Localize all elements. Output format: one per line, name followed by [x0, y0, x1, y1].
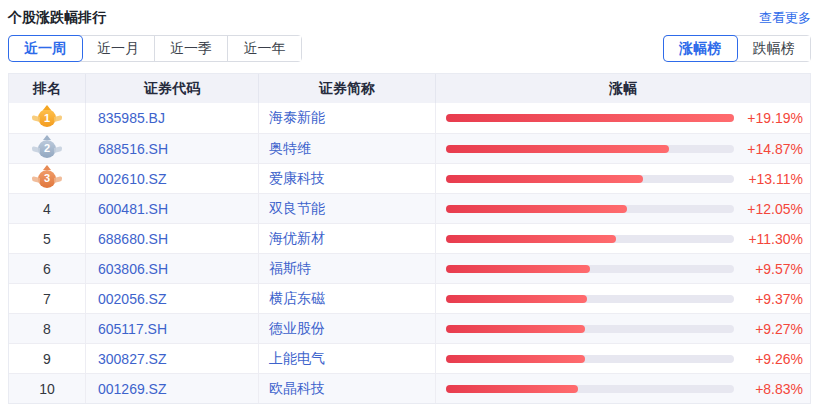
view-more-link[interactable]: 查看更多: [759, 9, 811, 27]
stock-name-link[interactable]: 爱康科技: [259, 164, 436, 193]
stock-code-link[interactable]: 002056.SZ: [86, 284, 259, 313]
change-bar-fill: [446, 355, 585, 363]
rank-cell: 6: [9, 254, 86, 283]
change-bar-track: [446, 295, 734, 303]
medal-gold-icon: 1: [38, 109, 56, 127]
table-row[interactable]: 4600481.SH双良节能+12.05%: [9, 193, 810, 223]
stock-code-link[interactable]: 300827.SZ: [86, 344, 259, 373]
column-header-code: 证券代码: [86, 74, 259, 103]
change-cell: +8.83%: [436, 374, 810, 403]
medal-bronze-icon: 3: [38, 170, 56, 188]
period-tab-1[interactable]: 近一月: [82, 36, 155, 61]
change-value: +19.19%: [734, 110, 803, 126]
stock-name-link[interactable]: 上能电气: [259, 344, 436, 373]
change-bar-track: [446, 205, 734, 213]
change-cell: +9.27%: [436, 314, 810, 343]
stock-code-link[interactable]: 688516.SH: [86, 134, 259, 163]
column-header-rank: 排名: [9, 74, 86, 103]
period-tab-2[interactable]: 近一季: [155, 36, 228, 61]
stock-code-link[interactable]: 600481.SH: [86, 194, 259, 223]
stock-name-link[interactable]: 福斯特: [259, 254, 436, 283]
change-bar-fill: [446, 325, 585, 333]
change-bar-fill: [446, 295, 587, 303]
board-tab-1[interactable]: 跌幅榜: [737, 36, 810, 61]
change-bar-fill: [446, 175, 643, 183]
change-bar-fill: [446, 265, 590, 273]
table-header-row: 排名 证券代码 证券简称 涨幅: [9, 74, 810, 103]
change-bar-track: [446, 325, 734, 333]
stock-code-link[interactable]: 835985.BJ: [86, 103, 259, 133]
rank-cell: 9: [9, 344, 86, 373]
column-header-change: 涨幅: [436, 74, 810, 103]
table-row[interactable]: 9300827.SZ上能电气+9.26%: [9, 343, 810, 373]
rank-cell: 5: [9, 224, 86, 253]
stock-code-link[interactable]: 688680.SH: [86, 224, 259, 253]
stock-name-link[interactable]: 海泰新能: [259, 103, 436, 133]
change-value: +14.87%: [734, 141, 803, 157]
stock-code-link[interactable]: 605117.SH: [86, 314, 259, 343]
stock-code-link[interactable]: 001269.SZ: [86, 374, 259, 403]
change-value: +9.27%: [734, 321, 803, 337]
change-bar-track: [446, 355, 734, 363]
change-cell: +11.30%: [436, 224, 810, 253]
stock-name-link[interactable]: 海优新材: [259, 224, 436, 253]
change-value: +13.11%: [734, 171, 803, 187]
change-bar-track: [446, 114, 734, 122]
period-tab-group: 近一周近一月近一季近一年: [8, 35, 302, 62]
change-value: +9.37%: [734, 291, 803, 307]
stock-name-link[interactable]: 横店东磁: [259, 284, 436, 313]
change-bar-fill: [446, 205, 627, 213]
change-value: +12.05%: [734, 201, 803, 217]
change-bar-fill: [446, 235, 616, 243]
change-bar-track: [446, 235, 734, 243]
change-cell: +19.19%: [436, 103, 810, 133]
stock-ranking-widget: 个股涨跌幅排行 查看更多 近一周近一月近一季近一年 涨幅榜跌幅榜 排名 证券代码…: [0, 0, 819, 404]
change-bar-track: [446, 265, 734, 273]
rank-cell: 8: [9, 314, 86, 343]
stock-name-link[interactable]: 双良节能: [259, 194, 436, 223]
rank-cell: 2: [9, 134, 86, 163]
table-row[interactable]: 7002056.SZ横店东磁+9.37%: [9, 283, 810, 313]
change-value: +9.26%: [734, 351, 803, 367]
table-row[interactable]: 2688516.SH奥特维+14.87%: [9, 133, 810, 163]
change-cell: +12.05%: [436, 194, 810, 223]
rank-cell: 4: [9, 194, 86, 223]
stock-code-link[interactable]: 002610.SZ: [86, 164, 259, 193]
change-value: +11.30%: [734, 231, 803, 247]
period-tab-3[interactable]: 近一年: [228, 36, 301, 61]
rank-cell: 7: [9, 284, 86, 313]
stock-name-link[interactable]: 欧晶科技: [259, 374, 436, 403]
widget-header: 个股涨跌幅排行 查看更多: [8, 0, 811, 26]
stock-name-link[interactable]: 奥特维: [259, 134, 436, 163]
rank-cell: 1: [9, 103, 86, 133]
change-bar-track: [446, 175, 734, 183]
table-row[interactable]: 10001269.SZ欧晶科技+8.83%: [9, 373, 810, 403]
table-row[interactable]: 6603806.SH福斯特+9.57%: [9, 253, 810, 283]
change-bar-track: [446, 385, 734, 393]
stock-name-link[interactable]: 德业股份: [259, 314, 436, 343]
change-cell: +14.87%: [436, 134, 810, 163]
column-header-name: 证券简称: [259, 74, 436, 103]
change-value: +8.83%: [734, 381, 803, 397]
table-row[interactable]: 5688680.SH海优新材+11.30%: [9, 223, 810, 253]
table-body: 1835985.BJ海泰新能+19.19%2688516.SH奥特维+14.87…: [9, 103, 810, 403]
rank-cell: 10: [9, 374, 86, 403]
ranking-table: 排名 证券代码 证券简称 涨幅 1835985.BJ海泰新能+19.19%268…: [8, 73, 811, 404]
table-row[interactable]: 1835985.BJ海泰新能+19.19%: [9, 103, 810, 133]
period-tab-0[interactable]: 近一周: [9, 36, 82, 61]
change-bar-fill: [446, 385, 578, 393]
change-cell: +9.26%: [436, 344, 810, 373]
change-value: +9.57%: [734, 261, 803, 277]
controls-row: 近一周近一月近一季近一年 涨幅榜跌幅榜: [8, 35, 811, 62]
board-tab-group: 涨幅榜跌幅榜: [663, 35, 811, 62]
board-tab-0[interactable]: 涨幅榜: [664, 36, 737, 61]
change-cell: +9.57%: [436, 254, 810, 283]
change-cell: +13.11%: [436, 164, 810, 193]
medal-silver-icon: 2: [38, 140, 56, 158]
stock-code-link[interactable]: 603806.SH: [86, 254, 259, 283]
rank-cell: 3: [9, 164, 86, 193]
change-bar-track: [446, 145, 734, 153]
page-title: 个股涨跌幅排行: [8, 9, 106, 27]
table-row[interactable]: 8605117.SH德业股份+9.27%: [9, 313, 810, 343]
table-row[interactable]: 3002610.SZ爱康科技+13.11%: [9, 163, 810, 193]
